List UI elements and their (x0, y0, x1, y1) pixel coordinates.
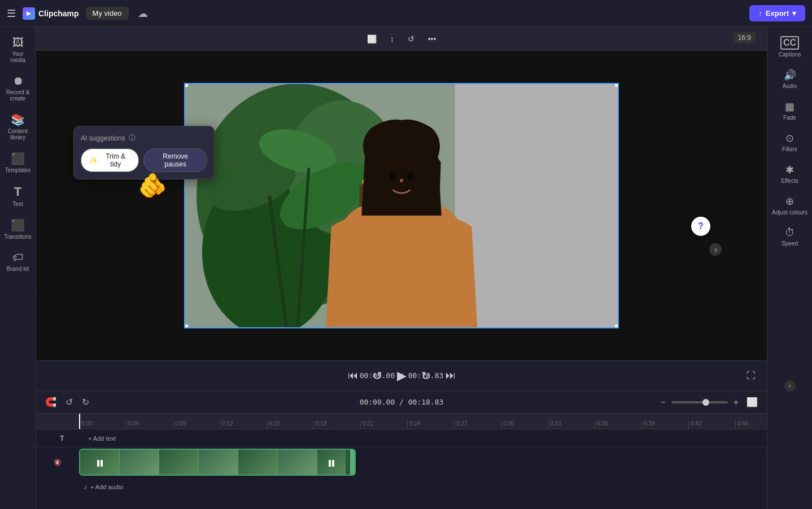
video-clip[interactable] (79, 449, 356, 476)
menu-icon[interactable]: ☰ (7, 7, 16, 20)
sidebar-item-text[interactable]: T Text (2, 180, 34, 212)
right-panel-label: Captions (779, 51, 801, 58)
fade-icon: ▦ (785, 100, 794, 113)
sidebar-item-record-create[interactable]: ⏺ Record & create (2, 70, 34, 106)
prev-frame-button[interactable]: ⏮ (346, 367, 360, 384)
corner-handle-br[interactable] (615, 324, 619, 328)
ruler-mark: 0:12 (220, 420, 267, 429)
video-title[interactable]: My video (86, 7, 129, 20)
expand-timeline-button[interactable]: ⬜ (744, 394, 760, 410)
pause-icon-2 (329, 460, 334, 467)
ai-info-icon: ⓘ (129, 133, 136, 143)
audio-track-row: ♪ + Add audio (36, 477, 767, 497)
playback-bar: ⏮ ↺ ▶ ↻ ⏭ 00:00.00 / 00:18.83 ⛶ (36, 360, 767, 390)
sidebar-item-brand-kit[interactable]: 🏷 Brand kit (2, 247, 34, 277)
sidebar-item-your-media[interactable]: 🖼 Your media (2, 32, 34, 68)
sidebar-item-label: Templates (5, 167, 31, 173)
corner-handle-bl[interactable] (184, 324, 188, 328)
export-button[interactable]: ↑ Export ▾ (749, 5, 805, 21)
ruler-mark: 0:15 (267, 420, 313, 429)
right-panel-item-adjust-colours[interactable]: ⊕ Adjust colours (769, 191, 811, 220)
current-timecode: 00:00.00 (360, 371, 395, 380)
brand-kit-icon: 🏷 (12, 251, 24, 264)
clip-drag-handle[interactable] (350, 450, 355, 475)
corner-handle-tl[interactable] (184, 83, 188, 87)
zoom-in-button[interactable]: + (731, 395, 741, 410)
zoom-slider[interactable] (671, 401, 728, 403)
clip-thumb-3 (159, 450, 199, 475)
timeline-zoom-controls: − + ⬜ (658, 394, 760, 410)
ai-suggestions-title: AI suggestions (81, 134, 125, 142)
topbar: ☰ ▶ Clipchamp My video ☁ ↑ Export ▾ (0, 0, 812, 27)
ruler-mark: 0:30 (501, 420, 548, 429)
audio-icon: 🔊 (784, 69, 796, 81)
logo: ▶ Clipchamp (23, 7, 79, 20)
content-library-icon: 📚 (11, 113, 25, 126)
ruler-mark: 0:03 (79, 420, 126, 429)
sidebar-item-transitions[interactable]: ⬛ Transitions (2, 214, 34, 244)
help-icon: ? (698, 221, 704, 231)
add-audio-button[interactable]: + Add audio (90, 484, 123, 490)
pause-icon (97, 460, 103, 467)
right-panel-item-captions[interactable]: CC Captions (769, 32, 811, 62)
magnet-tool-button[interactable]: 🧲 (43, 394, 59, 410)
video-toolbar: ⬜ ↕ ↺ ••• 16:9 (36, 27, 767, 51)
timeline-ruler: 0:03 0:06 0:09 0:12 0:15 0:18 0:21 0:24 … (36, 414, 767, 429)
crop-button[interactable]: ⬜ (363, 32, 381, 46)
sidebar-item-content-library[interactable]: 📚 Content library (2, 108, 34, 145)
redo-button[interactable]: ↻ (80, 394, 91, 410)
fullscreen-button[interactable]: ⛶ (744, 368, 758, 383)
track-area: T + Add text 🔇 (36, 429, 767, 509)
right-panel-item-filters[interactable]: ⊙ Filters (769, 128, 811, 157)
clip-thumb-2 (120, 450, 159, 475)
right-panel: CC Captions 🔊 Audio ▦ Fade ⊙ Filters ✱ E… (767, 27, 812, 509)
right-panel-item-fade[interactable]: ▦ Fade (769, 96, 811, 125)
aspect-ratio-badge: 16:9 (734, 32, 756, 43)
ruler-mark: 0:39 (641, 420, 688, 429)
flip-button[interactable]: ↕ (386, 32, 399, 46)
collapse-panel-button[interactable]: ∨ (709, 243, 722, 256)
sidebar-item-label: Text (12, 201, 23, 207)
remove-pauses-label: Remove pauses (152, 152, 199, 168)
sidebar-item-templates[interactable]: ⬛ Templates (2, 147, 34, 178)
corner-handle-tr[interactable] (615, 83, 619, 87)
video-track-controls: 🔇 (54, 459, 62, 466)
right-panel-collapse-button[interactable]: ‹ (784, 380, 796, 392)
ruler-mark: 0:27 (454, 420, 501, 429)
right-panel-label: Adjust colours (772, 209, 807, 216)
add-text-button[interactable]: + Add text (88, 435, 116, 442)
more-options-button[interactable]: ••• (424, 32, 441, 46)
remove-pauses-button[interactable]: Remove pauses (143, 148, 207, 172)
right-panel-item-effects[interactable]: ✱ Effects (769, 159, 811, 188)
clip-thumb-7 (317, 450, 346, 475)
text-track-icon: T (60, 435, 64, 442)
timeline-timecode: 00:00.00 / 00:18.83 (360, 398, 444, 406)
timeline-header: 🧲 ↺ ↻ 00:00.00 / 00:18.83 − + ⬜ (36, 391, 767, 414)
filters-icon: ⊙ (785, 132, 794, 144)
undo-button[interactable]: ↺ (63, 394, 75, 410)
ai-suggestions-buttons: ✨ Trim & tidy Remove pauses (81, 148, 207, 172)
rotate-button[interactable]: ↺ (403, 32, 419, 46)
right-panel-collapse-area: ‹ (784, 380, 796, 504)
video-track-header: 🔇 (36, 459, 79, 466)
next-frame-button[interactable]: ⏭ (443, 367, 458, 384)
mute-button[interactable]: 🔇 (54, 459, 62, 466)
timeline: 🧲 ↺ ↻ 00:00.00 / 00:18.83 − + ⬜ (36, 390, 767, 509)
zoom-out-button[interactable]: − (658, 395, 667, 410)
ruler-mark: 0:45 (735, 420, 767, 429)
ruler-mark: 0:21 (360, 420, 407, 429)
playhead-cursor[interactable] (79, 414, 80, 429)
captions-icon: CC (780, 36, 799, 50)
right-panel-item-speed[interactable]: ⏱ Speed (769, 222, 811, 251)
ruler-mark: 0:06 (126, 420, 173, 429)
help-button[interactable]: ? (691, 217, 710, 236)
trim-tidy-button[interactable]: ✨ Trim & tidy (81, 148, 139, 172)
ruler-marks-container: 0:03 0:06 0:09 0:12 0:15 0:18 0:21 0:24 … (36, 414, 767, 429)
sidebar-item-label: Record & create (4, 89, 32, 102)
sidebar-item-label: Transitions (4, 234, 32, 240)
cloud-icon: ☁ (138, 7, 148, 20)
export-label: Export (766, 9, 789, 17)
timeline-total-duration: / 00:18.83 (399, 398, 443, 406)
right-panel-item-audio[interactable]: 🔊 Audio (769, 64, 811, 94)
trim-tidy-label: Trim & tidy (101, 152, 130, 168)
